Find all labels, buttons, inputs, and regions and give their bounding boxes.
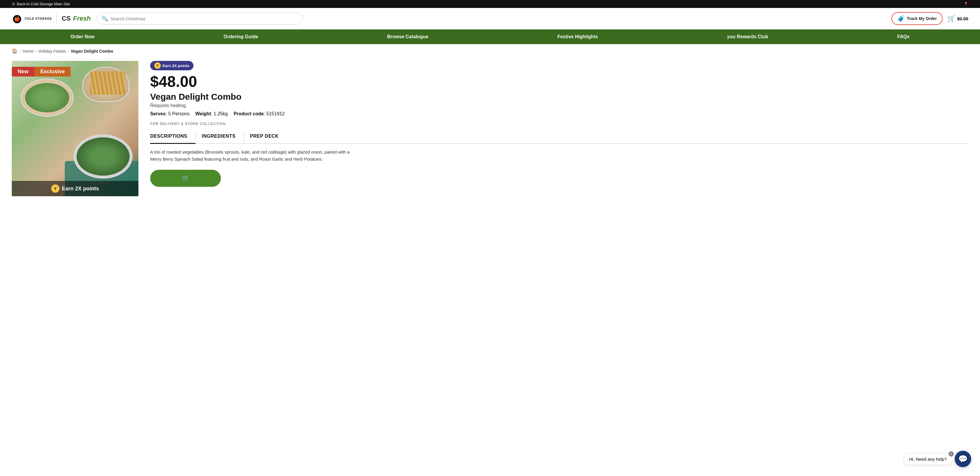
breadcrumb-sep-3: › [67, 49, 69, 54]
badge-exclusive: Exclusive [35, 67, 71, 76]
cold-storage-logo-text: COLD STORAGE [25, 17, 52, 20]
nav-bar: Order Now Ordering Guide Browse Catalogu… [0, 29, 980, 44]
top-bar: ⊙ Back to Cold Storage Main Site 📍 [0, 0, 980, 8]
yuu-circle-icon: Y [154, 62, 161, 69]
nav-item-ordering-guide[interactable]: Ordering Guide [216, 29, 265, 44]
main-content: New Exclusive Y Earn 2X points Y Earn 2X… [0, 58, 980, 208]
nav-item-yuu-rewards[interactable]: yuu Rewards Club [720, 29, 775, 44]
product-name: Vegan Delight Combo [150, 92, 968, 102]
serves-info: Serves: 5 Persons [150, 111, 189, 116]
svg-text:🍎: 🍎 [14, 16, 20, 22]
product-image-wrap: New Exclusive Y Earn 2X points [12, 61, 138, 196]
cart-area[interactable]: 🛒 $0.00 [947, 15, 968, 22]
product-price: $48.00 [150, 73, 968, 90]
earn-2x-overlay: Y Earn 2X points [12, 181, 138, 196]
back-link-label: Back to Cold Storage Main Site [17, 2, 70, 6]
product-info: Y Earn 2X points $48.00 Vegan Delight Co… [150, 61, 968, 187]
header-actions: 🧳 Track My Order 🛒 $0.00 [891, 12, 968, 25]
fresh-logo: Fresh [73, 15, 91, 22]
description-text: A trio of roasted vegetables (Brussels s… [150, 149, 356, 163]
cs-logo: CS [62, 15, 71, 22]
tab-divider-1 [196, 131, 196, 142]
nav-item-order-now[interactable]: Order Now [63, 29, 102, 44]
product-image: New Exclusive Y Earn 2X points [12, 61, 138, 196]
breadcrumb-current: Vegan Delight Combo [71, 49, 113, 54]
requires-heating: Requires heating [150, 103, 968, 108]
logo-area[interactable]: 🍎 COLD STORAGE CS Fresh [12, 13, 91, 24]
breadcrumb-home[interactable]: Home [23, 49, 33, 54]
earn-points-label: Earn 2X points [162, 63, 189, 68]
search-bar[interactable]: 🔍 [97, 13, 303, 24]
nav-item-browse-catalogue[interactable]: Browse Catalogue [380, 29, 436, 44]
nav-item-festive-highlights[interactable]: Festive Highlights [550, 29, 605, 44]
header: 🍎 COLD STORAGE CS Fresh 🔍 🧳 Track My Ord… [0, 8, 980, 29]
cold-storage-apple-icon: 🍎 [12, 13, 22, 24]
yuu-icon-overlay: Y [51, 184, 59, 193]
earn-overlay-text: Earn 2X points [62, 186, 99, 192]
cart-icon: 🛒 [947, 15, 955, 22]
add-to-cart-button[interactable]: 🛒 [150, 170, 221, 187]
track-order-label: Track My Order [907, 16, 937, 21]
tab-divider-2 [244, 131, 244, 142]
top-bar-right-icon: 📍 [964, 2, 968, 6]
breadcrumb: 🏠 › Home › Holiday Feasts › Vegan Deligh… [0, 44, 980, 58]
product-code-info: Product code: 5151912 [234, 111, 285, 116]
tabs: DESCRIPTIONS INGREDIENTS PREP DECK [150, 130, 968, 144]
globe-icon: 📍 [964, 2, 968, 6]
tab-prep-deck[interactable]: PREP DECK [250, 130, 287, 143]
breadcrumb-holiday-feasts[interactable]: Holiday Feasts [38, 49, 66, 54]
track-order-button[interactable]: 🧳 Track My Order [891, 12, 943, 25]
greens-1 [25, 83, 69, 113]
cart-btn-icon: 🛒 [182, 175, 189, 182]
home-icon[interactable]: 🏠 [12, 48, 18, 54]
tab-descriptions[interactable]: DESCRIPTIONS [150, 130, 196, 144]
delivery-label: FOR DELIVERY & STORE COLLECTION [150, 122, 968, 126]
search-input[interactable] [110, 16, 298, 21]
search-icon: 🔍 [102, 15, 108, 22]
breadcrumb-sep-1: › [19, 49, 21, 54]
badge-new: New [12, 67, 35, 76]
weight-info: Weight: 1.25kg [195, 111, 228, 116]
product-meta: Serves: 5 Persons Weight: 1.25kg Product… [150, 111, 968, 116]
breadcrumb-sep-2: › [35, 49, 37, 54]
cart-amount: $0.00 [957, 16, 968, 21]
tab-ingredients[interactable]: INGREDIENTS [202, 130, 244, 143]
fries-bowl [90, 71, 125, 95]
earn-badge: Y Earn 2X points [150, 61, 194, 70]
back-to-main-link[interactable]: ⊙ Back to Cold Storage Main Site [12, 2, 70, 6]
badge-area: New Exclusive [12, 67, 71, 76]
luggage-icon: 🧳 [897, 15, 905, 22]
location-pin-icon: ⊙ [12, 2, 15, 6]
greens-2 [76, 137, 130, 176]
nav-item-faqs[interactable]: FAQs [890, 29, 917, 44]
